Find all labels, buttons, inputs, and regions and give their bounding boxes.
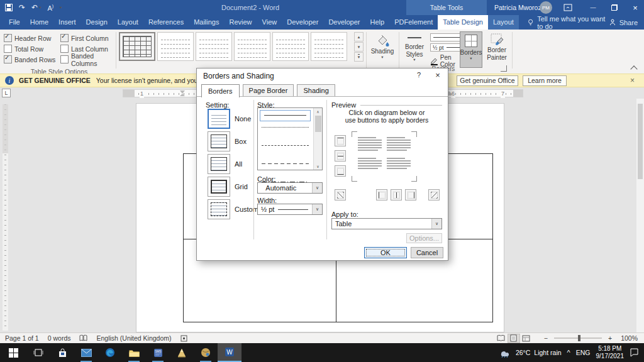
table-style-thumbnail[interactable] [157,32,194,61]
preview-top-border-button[interactable] [335,135,346,146]
checkbox-banded-columns[interactable]: Banded Columns [60,54,118,65]
language-indicator[interactable]: ENG [576,349,591,356]
checkbox-total-row[interactable]: Total Row [4,43,59,54]
ribbon-display-options-icon[interactable] [564,3,572,12]
border-styles-button[interactable]: Border Styles ▾ [401,33,428,62]
avatar[interactable]: PM [540,1,552,14]
setting-custom-label[interactable]: Custom [235,206,258,213]
weather-widget[interactable]: 26°C Light rain [498,348,562,358]
setting-none-label[interactable]: None [235,115,251,123]
gallery-more-button[interactable]: ▾ [354,52,364,62]
word-taskbar-button[interactable]: W [218,343,242,362]
gallery-down-button[interactable]: ▾ [354,42,364,52]
tab-home[interactable]: Home [25,15,53,30]
color-dropdown[interactable]: Automatic ∨ [257,182,323,194]
preview-diagonal-up-button[interactable] [335,189,346,200]
sms-app-button[interactable]: SMS [146,343,170,362]
tab-insert[interactable]: Insert [53,15,81,30]
preview-bottom-border-button[interactable] [335,165,346,177]
redo-icon[interactable]: ↷ [19,3,25,12]
options-button[interactable]: Options... [406,233,442,243]
tab-selector-button[interactable]: L [2,89,11,97]
app-icon-pyramid-button[interactable] [170,343,194,362]
close-button[interactable]: × [626,0,644,15]
zoom-slider-thumb[interactable] [578,335,580,341]
shading-button[interactable]: Shading ▾ [369,33,396,59]
apply-to-dropdown[interactable]: Table ∨ [331,218,442,229]
app-icon-sphere-button[interactable] [194,343,218,362]
scroll-up-icon[interactable]: ∧ [316,109,319,114]
undo-button[interactable]: ↶▾ [31,3,41,12]
gallery-up-button[interactable]: ▴ [354,32,364,41]
scrollbar-thumb[interactable] [638,104,643,179]
checkbox-banded-rows[interactable]: Banded Rows [4,54,59,65]
customize-qat-icon[interactable]: ▾ [60,6,62,10]
web-layout-button[interactable] [520,334,533,343]
checkbox-icon[interactable] [60,45,69,53]
tab-references[interactable]: References [143,15,189,30]
read-mode-button[interactable] [495,334,508,343]
read-aloud-icon[interactable]: A) [47,4,53,12]
tab-mailings[interactable]: Mailings [189,15,224,30]
preview-left-border-button[interactable] [376,189,387,200]
setting-all-label[interactable]: All [235,160,242,168]
dismiss-warning-icon[interactable]: × [630,76,635,85]
share-button[interactable]: Share [609,15,638,30]
mail-button[interactable] [74,343,98,362]
table-style-thumbnail[interactable] [234,32,270,61]
start-button[interactable] [0,343,26,362]
tab-review[interactable]: Review [225,15,257,30]
checkbox-header-row[interactable]: Header Row [4,33,59,43]
tab-file[interactable]: File [0,15,25,30]
checkbox-icon[interactable] [4,45,12,53]
style-item[interactable] [258,163,313,176]
file-explorer-button[interactable] [122,343,146,362]
style-item-selected[interactable] [260,110,311,121]
cancel-button[interactable]: Cancel [411,247,443,258]
zoom-in-button[interactable]: + [608,334,612,342]
zoom-level[interactable]: 100% [621,334,638,342]
word-count[interactable]: 0 words [48,334,71,342]
style-list-scrollbar[interactable]: ∧ ∨ [313,108,322,170]
preview-diagram[interactable] [353,131,416,182]
restore-button[interactable] [605,0,624,15]
clock[interactable]: 5:18 PM 9/17/2021 [596,345,625,361]
vertical-scrollbar[interactable] [636,99,644,332]
scroll-thumb[interactable] [315,116,321,132]
setting-custom-icon[interactable] [208,199,230,219]
setting-all-icon[interactable] [208,154,230,174]
preview-diagonal-down-button[interactable] [428,189,440,200]
minimize-button[interactable]: — [584,0,602,15]
print-layout-button[interactable] [508,334,520,343]
tell-me-box[interactable]: Tell me what you want to do [528,15,609,30]
checkbox-icon[interactable] [4,55,12,63]
preview-vertical-border-button[interactable] [391,189,402,200]
user-name[interactable]: Patricia Mworozi [494,0,543,15]
table-style-thumbnail[interactable] [196,32,232,61]
setting-grid-icon[interactable] [208,177,230,197]
table-style-thumbnail[interactable] [119,32,155,61]
action-center-icon[interactable] [630,348,639,357]
learn-more-button[interactable]: Learn more [523,75,567,86]
style-item[interactable] [258,127,313,140]
dialog-tab-borders[interactable]: Borders [201,84,240,97]
tab-developer-1[interactable]: Developer [282,15,323,30]
table-style-thumbnail[interactable] [272,32,309,61]
tab-developer-2[interactable]: Developer [323,15,365,30]
language-status[interactable]: English (United Kingdom) [96,334,171,342]
checkbox-icon[interactable] [4,34,12,42]
indent-marker[interactable] [180,90,185,96]
border-painter-button[interactable]: Border Painter [484,33,509,61]
setting-box-icon[interactable] [208,131,230,151]
tab-help[interactable]: Help [365,15,390,30]
tab-view[interactable]: View [257,15,282,30]
zoom-out-button[interactable]: − [544,334,548,342]
dialog-launcher-icon[interactable] [501,65,507,72]
tab-layout[interactable]: Layout [113,15,143,30]
macro-record-icon[interactable] [180,335,187,342]
tab-table-design[interactable]: Table Design [438,15,488,30]
setting-none-icon[interactable] [208,109,230,129]
width-dropdown[interactable]: ½ pt ∨ [257,204,323,215]
zoom-slider[interactable] [554,337,602,339]
borders-button[interactable]: Borders ▾ [460,31,482,68]
